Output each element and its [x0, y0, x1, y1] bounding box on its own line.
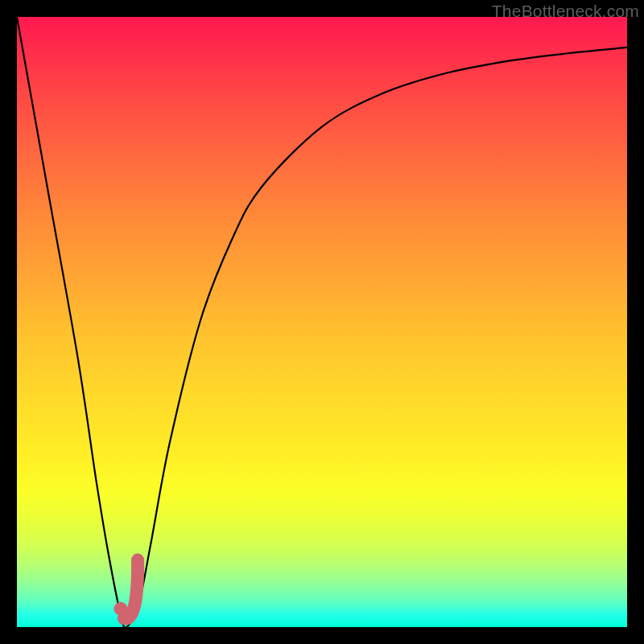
watermark-text: TheBottleneck.com	[492, 2, 639, 21]
chart-frame: TheBottleneck.com	[0, 0, 644, 644]
chart-plot-area	[17, 17, 627, 627]
